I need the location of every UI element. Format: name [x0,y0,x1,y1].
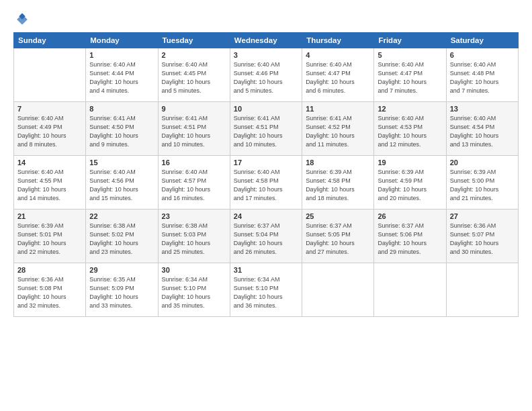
day-info: Sunrise: 6:41 AM Sunset: 4:51 PM Dayligh… [162,114,226,149]
day-info: Sunrise: 6:41 AM Sunset: 4:51 PM Dayligh… [234,114,298,149]
day-info: Sunrise: 6:37 AM Sunset: 5:05 PM Dayligh… [306,222,370,257]
day-cell: 27Sunrise: 6:36 AM Sunset: 5:07 PM Dayli… [446,210,518,263]
day-cell: 10Sunrise: 6:41 AM Sunset: 4:51 PM Dayli… [230,102,302,156]
day-cell: 28Sunrise: 6:36 AM Sunset: 5:08 PM Dayli… [14,263,86,317]
day-cell: 17Sunrise: 6:40 AM Sunset: 4:58 PM Dayli… [230,156,302,210]
day-number: 27 [450,212,515,220]
day-cell: 31Sunrise: 6:34 AM Sunset: 5:10 PM Dayli… [230,263,302,317]
week-row-1: 1Sunrise: 6:40 AM Sunset: 4:44 PM Daylig… [14,48,519,102]
day-info: Sunrise: 6:41 AM Sunset: 4:50 PM Dayligh… [89,114,154,149]
day-cell [14,48,86,102]
day-cell: 9Sunrise: 6:41 AM Sunset: 4:51 PM Daylig… [158,102,230,156]
day-info: Sunrise: 6:40 AM Sunset: 4:54 PM Dayligh… [450,114,515,149]
day-number: 21 [17,212,82,220]
header [13,12,519,27]
day-cell: 30Sunrise: 6:34 AM Sunset: 5:10 PM Dayli… [158,263,230,317]
col-header-saturday: Saturday [446,33,518,48]
day-cell: 23Sunrise: 6:38 AM Sunset: 5:03 PM Dayli… [158,210,230,263]
col-header-sunday: Sunday [14,33,86,48]
day-cell [302,263,374,317]
day-info: Sunrise: 6:36 AM Sunset: 5:08 PM Dayligh… [17,275,82,310]
day-info: Sunrise: 6:40 AM Sunset: 4:47 PM Dayligh… [378,60,442,95]
day-cell: 26Sunrise: 6:37 AM Sunset: 5:06 PM Dayli… [374,210,446,263]
day-number: 6 [450,51,515,59]
day-cell: 29Sunrise: 6:35 AM Sunset: 5:09 PM Dayli… [86,263,158,317]
day-info: Sunrise: 6:40 AM Sunset: 4:53 PM Dayligh… [378,114,442,149]
day-info: Sunrise: 6:39 AM Sunset: 4:59 PM Dayligh… [378,168,442,203]
day-cell: 20Sunrise: 6:39 AM Sunset: 5:00 PM Dayli… [446,156,518,210]
day-info: Sunrise: 6:34 AM Sunset: 5:10 PM Dayligh… [162,275,226,310]
day-cell: 13Sunrise: 6:40 AM Sunset: 4:54 PM Dayli… [446,102,518,156]
day-number: 5 [378,51,442,59]
day-number: 19 [378,158,442,167]
day-cell [446,263,518,317]
day-info: Sunrise: 6:40 AM Sunset: 4:48 PM Dayligh… [450,60,515,95]
day-cell: 12Sunrise: 6:40 AM Sunset: 4:53 PM Dayli… [374,102,446,156]
day-cell: 16Sunrise: 6:40 AM Sunset: 4:57 PM Dayli… [158,156,230,210]
calendar-table: SundayMondayTuesdayWednesdayThursdayFrid… [13,32,519,317]
day-cell: 2Sunrise: 6:40 AM Sunset: 4:45 PM Daylig… [158,48,230,102]
day-number: 22 [89,212,154,220]
day-info: Sunrise: 6:39 AM Sunset: 4:58 PM Dayligh… [306,168,370,203]
day-number: 11 [306,105,370,113]
day-cell: 19Sunrise: 6:39 AM Sunset: 4:59 PM Dayli… [374,156,446,210]
day-number: 26 [378,212,442,220]
day-number: 3 [234,51,298,59]
day-info: Sunrise: 6:39 AM Sunset: 5:00 PM Dayligh… [450,168,515,203]
day-info: Sunrise: 6:40 AM Sunset: 4:46 PM Dayligh… [234,60,298,95]
day-info: Sunrise: 6:40 AM Sunset: 4:58 PM Dayligh… [234,168,298,203]
col-header-thursday: Thursday [302,33,374,48]
day-info: Sunrise: 6:40 AM Sunset: 4:56 PM Dayligh… [89,168,154,203]
day-number: 17 [234,158,298,167]
day-cell: 22Sunrise: 6:38 AM Sunset: 5:02 PM Dayli… [86,210,158,263]
day-cell: 18Sunrise: 6:39 AM Sunset: 4:58 PM Dayli… [302,156,374,210]
day-cell [374,263,446,317]
day-cell: 1Sunrise: 6:40 AM Sunset: 4:44 PM Daylig… [86,48,158,102]
day-cell: 14Sunrise: 6:40 AM Sunset: 4:55 PM Dayli… [14,156,86,210]
day-info: Sunrise: 6:41 AM Sunset: 4:52 PM Dayligh… [306,114,370,149]
col-header-friday: Friday [374,33,446,48]
day-info: Sunrise: 6:40 AM Sunset: 4:57 PM Dayligh… [162,168,226,203]
day-cell: 24Sunrise: 6:37 AM Sunset: 5:04 PM Dayli… [230,210,302,263]
day-cell: 11Sunrise: 6:41 AM Sunset: 4:52 PM Dayli… [302,102,374,156]
day-cell: 6Sunrise: 6:40 AM Sunset: 4:48 PM Daylig… [446,48,518,102]
day-info: Sunrise: 6:40 AM Sunset: 4:55 PM Dayligh… [17,168,82,203]
day-info: Sunrise: 6:37 AM Sunset: 5:04 PM Dayligh… [234,222,298,257]
day-info: Sunrise: 6:36 AM Sunset: 5:07 PM Dayligh… [450,222,515,257]
day-number: 16 [162,158,226,167]
day-number: 20 [450,158,515,167]
day-number: 30 [162,266,226,274]
day-info: Sunrise: 6:40 AM Sunset: 4:47 PM Dayligh… [306,60,370,95]
header-row: SundayMondayTuesdayWednesdayThursdayFrid… [14,33,519,48]
logo-icon [15,12,30,27]
day-info: Sunrise: 6:40 AM Sunset: 4:44 PM Dayligh… [89,60,154,95]
day-number: 10 [234,105,298,113]
day-number: 15 [89,158,154,167]
week-row-3: 14Sunrise: 6:40 AM Sunset: 4:55 PM Dayli… [14,156,519,210]
day-number: 9 [162,105,226,113]
day-info: Sunrise: 6:40 AM Sunset: 4:49 PM Dayligh… [17,114,82,149]
day-number: 25 [306,212,370,220]
day-number: 24 [234,212,298,220]
logo [13,12,31,27]
day-cell: 21Sunrise: 6:39 AM Sunset: 5:01 PM Dayli… [14,210,86,263]
day-number: 13 [450,105,515,113]
day-number: 29 [89,266,154,274]
day-info: Sunrise: 6:34 AM Sunset: 5:10 PM Dayligh… [234,275,298,310]
day-cell: 7Sunrise: 6:40 AM Sunset: 4:49 PM Daylig… [14,102,86,156]
day-number: 8 [89,105,154,113]
day-info: Sunrise: 6:38 AM Sunset: 5:03 PM Dayligh… [162,222,226,257]
col-header-tuesday: Tuesday [158,33,230,48]
day-info: Sunrise: 6:40 AM Sunset: 4:45 PM Dayligh… [162,60,226,95]
day-cell: 8Sunrise: 6:41 AM Sunset: 4:50 PM Daylig… [86,102,158,156]
day-number: 18 [306,158,370,167]
day-info: Sunrise: 6:37 AM Sunset: 5:06 PM Dayligh… [378,222,442,257]
day-cell: 4Sunrise: 6:40 AM Sunset: 4:47 PM Daylig… [302,48,374,102]
day-number: 1 [89,51,154,59]
day-info: Sunrise: 6:38 AM Sunset: 5:02 PM Dayligh… [89,222,154,257]
day-cell: 3Sunrise: 6:40 AM Sunset: 4:46 PM Daylig… [230,48,302,102]
col-header-monday: Monday [86,33,158,48]
day-info: Sunrise: 6:35 AM Sunset: 5:09 PM Dayligh… [89,275,154,310]
week-row-2: 7Sunrise: 6:40 AM Sunset: 4:49 PM Daylig… [14,102,519,156]
day-number: 7 [17,105,82,113]
